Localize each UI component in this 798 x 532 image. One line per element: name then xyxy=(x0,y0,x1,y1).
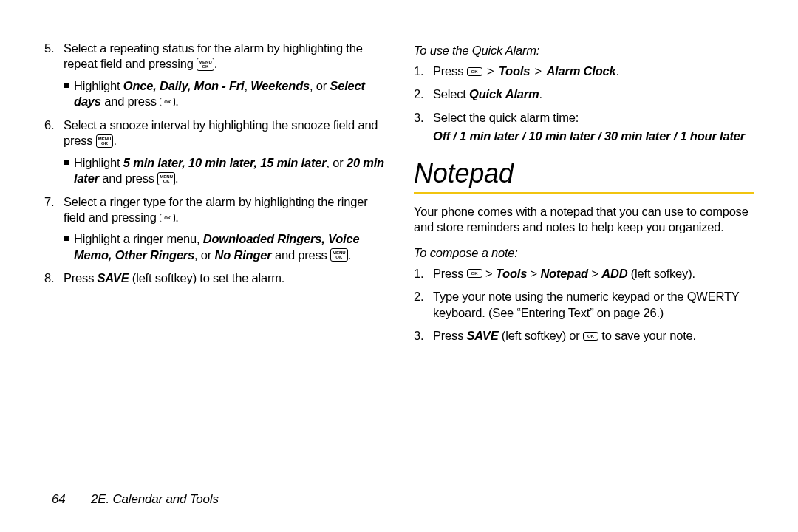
sub-step-item: Highlight a ringer menu, Downloaded Ring… xyxy=(64,231,384,263)
step-text: Press SAVE (left softkey) to set the ala… xyxy=(64,271,284,284)
notepad-intro: Your phone comes with a notepad that you… xyxy=(414,204,754,236)
step-extra-text: Off / 1 min later / 10 min later / 30 mi… xyxy=(433,129,754,144)
text-run: Highlight xyxy=(74,79,123,92)
text-run: (left softkey) or xyxy=(498,329,582,342)
text-run: (left softkey) to set the alarm. xyxy=(129,271,284,284)
quick-alarm-step-item: 1.Press OK > Tools > Alarm Clock. xyxy=(427,64,754,79)
text-run: , xyxy=(244,79,250,92)
sub-step-list: Highlight 5 min later, 10 min later, 15 … xyxy=(64,155,384,187)
step-number: 3. xyxy=(414,110,423,126)
left-column: 5.Select a repeating status for the alar… xyxy=(44,41,384,351)
text-run: Press xyxy=(64,271,98,284)
step-text: Select a repeating status for the alarm … xyxy=(64,41,363,70)
text-run: . xyxy=(615,64,618,78)
compose-note-heading: To compose a note: xyxy=(414,246,754,260)
step-text: Type your note using the numeric keypad … xyxy=(433,290,739,318)
text-run: > xyxy=(527,267,540,280)
text-run: Tools xyxy=(499,64,530,78)
text-run: SAVE xyxy=(98,271,129,284)
section-divider xyxy=(414,192,754,194)
sub-step-item: Highlight 5 min later, 10 min later, 15 … xyxy=(64,155,384,187)
text-run: . xyxy=(348,248,351,262)
text-run: Type your note using the numeric keypad … xyxy=(433,290,739,318)
text-run: Notepad xyxy=(540,267,588,280)
ok-key-icon: OK xyxy=(467,67,482,76)
compose-step-item: 2.Type your note using the numeric keypa… xyxy=(427,289,754,321)
text-run: . xyxy=(214,57,217,70)
text-run: > xyxy=(588,267,601,280)
compose-note-steps-list: 1.Press OK > Tools > Notepad > ADD (left… xyxy=(414,266,754,344)
text-run: , or xyxy=(194,248,214,262)
text-run: . xyxy=(175,171,178,185)
breadcrumb-separator: > xyxy=(485,64,495,79)
ok-key-icon: OK xyxy=(160,214,175,222)
text-run: . xyxy=(113,134,116,147)
menu-ok-key-icon: MENUOK xyxy=(96,134,114,148)
text-run: , or xyxy=(326,156,346,169)
step-number: 6. xyxy=(44,117,54,133)
compose-step-item: 3.Press SAVE (left softkey) or OK to sav… xyxy=(427,328,754,344)
text-run: and press xyxy=(101,95,160,108)
step-number: 1. xyxy=(414,266,423,282)
step-text: Select Quick Alarm. xyxy=(433,87,542,100)
alarm-steps-list: 5.Select a repeating status for the alar… xyxy=(44,41,384,287)
step-text: Select the quick alarm time: xyxy=(433,111,579,124)
sub-step-list: Highlight a ringer menu, Downloaded Ring… xyxy=(64,231,384,263)
step-number: 2. xyxy=(414,86,423,102)
page-footer: 64 2E. Calendar and Tools xyxy=(52,492,219,507)
step-number: 2. xyxy=(414,289,423,304)
menu-ok-key-icon: MENUOK xyxy=(157,172,175,185)
text-run: Press xyxy=(433,329,467,342)
text-run: ADD xyxy=(601,267,627,280)
step-text: Press OK > Tools > Alarm Clock. xyxy=(433,64,619,78)
step-text: Select a ringer type for the alarm by hi… xyxy=(64,195,368,224)
text-run: No Ringer xyxy=(215,248,272,262)
compose-step-item: 1.Press OK > Tools > Notepad > ADD (left… xyxy=(427,266,754,282)
text-run: and press xyxy=(99,171,157,185)
step-number: 3. xyxy=(414,328,423,344)
manual-page: 5.Select a repeating status for the alar… xyxy=(0,0,798,532)
quick-alarm-step-item: 2.Select Quick Alarm. xyxy=(427,86,754,102)
step-text: Press SAVE (left softkey) or OK to save … xyxy=(433,329,696,342)
step-number: 5. xyxy=(44,41,54,56)
notepad-section-title: Notepad xyxy=(414,158,754,189)
breadcrumb-separator: > xyxy=(533,64,543,79)
text-run: Highlight xyxy=(74,156,123,169)
text-run: Quick Alarm xyxy=(469,87,539,100)
text-run: Highlight a ringer menu, xyxy=(74,232,203,245)
text-run: Tools xyxy=(496,267,527,280)
page-number: 64 xyxy=(52,492,66,506)
text-run: Press xyxy=(433,64,467,78)
alarm-step-item: 8.Press SAVE (left softkey) to set the a… xyxy=(58,270,384,286)
text-run: Once, Daily, Mon - Fri xyxy=(123,79,245,92)
text-run: Alarm Clock xyxy=(546,64,615,78)
text-run: (left sofkey). xyxy=(627,267,695,280)
text-run: to save your note. xyxy=(598,329,696,342)
step-number: 7. xyxy=(44,194,54,210)
right-column: To use the Quick Alarm: 1.Press OK > Too… xyxy=(414,41,754,351)
quick-alarm-step-item: 3.Select the quick alarm time:Off / 1 mi… xyxy=(427,110,754,145)
text-run: Weekends xyxy=(250,79,310,92)
two-column-layout: 5.Select a repeating status for the alar… xyxy=(44,41,754,351)
step-text: Press OK > Tools > Notepad > ADD (left s… xyxy=(433,267,695,280)
alarm-step-item: 5.Select a repeating status for the alar… xyxy=(58,41,384,110)
alarm-step-item: 7.Select a ringer type for the alarm by … xyxy=(58,194,384,264)
text-run: Select a ringer type for the alarm by hi… xyxy=(64,195,368,224)
text-run: , or xyxy=(310,79,330,92)
ok-key-icon: OK xyxy=(160,98,175,106)
alarm-step-item: 6.Select a snooze interval by highlighti… xyxy=(58,117,384,187)
quick-alarm-heading: To use the Quick Alarm: xyxy=(414,44,754,58)
step-number: 8. xyxy=(44,270,54,286)
text-run: > xyxy=(482,267,496,280)
footer-section-title: 2E. Calendar and Tools xyxy=(91,492,219,506)
quick-alarm-steps-list: 1.Press OK > Tools > Alarm Clock.2.Selec… xyxy=(414,64,754,145)
step-number: 1. xyxy=(414,64,423,79)
text-run: Select the quick alarm time: xyxy=(433,111,579,124)
ok-key-icon: OK xyxy=(583,332,598,341)
text-run: Press xyxy=(433,267,467,280)
text-run: Off / 1 min later / 10 min later / 30 mi… xyxy=(433,129,745,143)
ok-key-icon: OK xyxy=(467,269,482,278)
text-run: . xyxy=(175,95,178,108)
text-run: . xyxy=(539,87,542,100)
menu-ok-key-icon: MENUOK xyxy=(197,58,214,71)
